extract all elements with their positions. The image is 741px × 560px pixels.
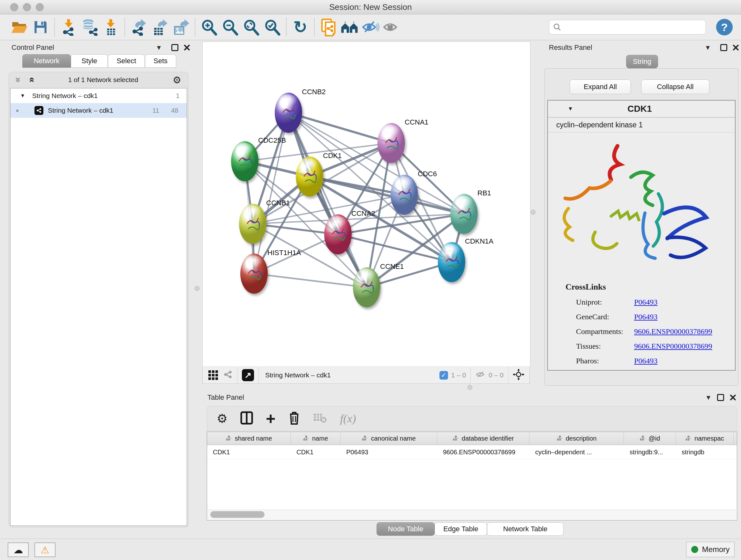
refresh-icon[interactable]: ↻ <box>290 17 311 37</box>
column-header-shared-name[interactable]: shared name <box>207 432 291 445</box>
export-table-icon[interactable] <box>149 17 171 37</box>
network-node-ccna2[interactable] <box>324 214 352 254</box>
network-node-ccna1[interactable] <box>378 123 405 163</box>
tab-string[interactable]: String <box>626 55 658 68</box>
organisms-icon[interactable] <box>339 17 360 37</box>
tab-select[interactable]: Select <box>108 54 145 68</box>
network-node-rb1[interactable] <box>450 194 478 234</box>
tab-style[interactable]: Style <box>71 54 108 68</box>
zoom-selected-icon[interactable] <box>262 17 283 37</box>
left-splitter-handle[interactable] <box>195 286 199 291</box>
search-input[interactable] <box>561 20 705 34</box>
control-panel-float-icon[interactable] <box>172 44 179 51</box>
open-session-icon[interactable] <box>9 17 30 37</box>
table-cell[interactable]: CDK1 <box>207 445 291 459</box>
network-node-ccnb1[interactable] <box>239 204 266 244</box>
zoom-in-icon[interactable] <box>199 17 219 37</box>
network-node-ccne1[interactable] <box>353 267 381 307</box>
collection-disclosure-icon[interactable]: ▼ <box>20 93 25 99</box>
table-cell[interactable]: 9606.ENSP00000378699 <box>437 445 529 459</box>
selected-nodes-checkbox-icon[interactable]: ✓ <box>440 371 448 380</box>
cloud-status-button[interactable]: ☁ <box>8 543 29 557</box>
network-options-gear-icon[interactable]: ⚙ <box>173 74 181 85</box>
table-cell[interactable]: P06493 <box>340 445 437 459</box>
delete-table-icon[interactable] <box>313 413 327 425</box>
crosslink-link[interactable]: 9606.ENSP00000378699 <box>634 327 712 336</box>
tab-node-table[interactable]: Node Table <box>377 522 434 536</box>
scrollbar-thumb[interactable] <box>210 511 265 518</box>
string-protein-query-icon[interactable] <box>318 17 339 37</box>
warnings-button[interactable]: ⚠ <box>35 543 56 557</box>
tab-edge-table[interactable]: Edge Table <box>434 522 487 536</box>
crosslink-link[interactable]: 9606.ENSP00000378699 <box>634 342 712 351</box>
table-horizontal-scrollbar[interactable] <box>208 509 736 519</box>
network-node-cdc6[interactable] <box>391 175 418 215</box>
collapse-all-networks-icon[interactable]: » <box>14 77 23 83</box>
network-node-hist1h1a[interactable] <box>240 253 268 294</box>
export-network-icon[interactable] <box>128 17 149 37</box>
network-edge[interactable] <box>288 113 367 287</box>
column-header-description[interactable]: description <box>529 432 624 445</box>
import-network-file-icon[interactable] <box>58 17 79 37</box>
bottom-splitter-handle[interactable] <box>468 385 472 390</box>
control-panel-close-icon[interactable]: ✕ <box>183 43 191 53</box>
network-node-ccnb2[interactable] <box>275 92 302 133</box>
hidden-eye-icon[interactable] <box>475 370 486 381</box>
column-header-namespac[interactable]: namespac <box>676 432 734 445</box>
crosslink-link[interactable]: P06493 <box>634 313 657 321</box>
network-collection-row[interactable]: ▼ String Network – cdk1 1 <box>10 88 187 103</box>
results-panel-float-icon[interactable] <box>720 44 727 51</box>
results-panel-close-icon[interactable]: ✕ <box>732 43 740 53</box>
network-edge[interactable] <box>288 113 391 143</box>
network-row-selected[interactable]: ● String Network – cdk1 11 48 <box>10 103 187 118</box>
entry-disclosure-icon[interactable]: ▼ <box>568 106 573 112</box>
fit-content-crosshair-icon[interactable] <box>513 369 524 382</box>
network-canvas[interactable]: CCNB2CCNA1CDC25BCDK1CDC6RB1CCNB1CCNA2CDK… <box>202 42 530 367</box>
table-row[interactable]: CDK1CDK1P064939606.ENSP00000378699cyclin… <box>207 445 737 459</box>
table-cell[interactable]: stringdb <box>676 445 734 459</box>
control-panel-menu-icon[interactable]: ▼ <box>156 44 162 51</box>
network-node-cdk1[interactable] <box>296 157 323 197</box>
table-cell[interactable]: stringdb:9... <box>624 445 676 459</box>
expand-all-button[interactable]: Expand All <box>569 79 631 94</box>
table-panel-close-icon[interactable]: ✕ <box>729 393 737 402</box>
table-panel-float-icon[interactable] <box>717 394 724 401</box>
detach-view-icon[interactable]: ↗ <box>242 369 254 381</box>
enable-glass-ball-effect-icon[interactable] <box>360 17 381 37</box>
show-columns-icon[interactable] <box>240 411 253 426</box>
disable-glass-ball-effect-icon[interactable] <box>381 17 402 37</box>
collapse-all-button[interactable]: Collapse All <box>641 79 710 94</box>
help-icon[interactable]: ? <box>716 19 733 36</box>
network-node-cdc25b[interactable] <box>231 141 259 181</box>
network-share-icon[interactable] <box>223 370 232 381</box>
zoom-out-icon[interactable] <box>219 17 241 37</box>
global-search-field[interactable] <box>549 20 706 35</box>
table-cell[interactable]: CDK1 <box>291 445 340 459</box>
column-header-database-identifier[interactable]: database identifier <box>437 432 529 445</box>
function-builder-icon[interactable]: f(x) <box>340 412 356 425</box>
crosslink-link[interactable]: P06493 <box>634 357 657 365</box>
tab-network-table[interactable]: Network Table <box>487 522 563 536</box>
delete-column-trash-icon[interactable] <box>288 411 300 426</box>
export-image-icon[interactable] <box>171 17 192 37</box>
network-node-cdkn1a[interactable] <box>438 242 465 282</box>
column-header--id[interactable]: @id <box>624 432 676 445</box>
table-panel-menu-icon[interactable]: ▼ <box>705 394 712 401</box>
zoom-fit-icon[interactable] <box>241 17 262 37</box>
results-panel-menu-icon[interactable]: ▼ <box>704 44 711 51</box>
right-splitter-handle[interactable] <box>531 210 536 214</box>
save-session-icon[interactable] <box>30 17 51 37</box>
protein-entry-header[interactable]: ▼ CDK1 <box>548 101 735 118</box>
table-cell[interactable]: cyclin–dependent ... <box>529 445 624 459</box>
tab-sets[interactable]: Sets <box>145 54 176 68</box>
column-header-name[interactable]: name <box>291 432 340 445</box>
import-table-file-icon[interactable] <box>100 17 121 37</box>
memory-button[interactable]: Memory <box>686 542 735 557</box>
network-edge[interactable] <box>254 273 367 287</box>
tab-network[interactable]: Network <box>22 54 71 68</box>
expand-all-networks-icon[interactable]: » <box>26 77 36 83</box>
crosslink-link[interactable]: P06493 <box>634 298 657 307</box>
birds-eye-view-icon[interactable] <box>208 370 218 380</box>
table-options-gear-icon[interactable]: ⚙ <box>217 412 227 426</box>
import-network-database-icon[interactable] <box>79 17 100 37</box>
